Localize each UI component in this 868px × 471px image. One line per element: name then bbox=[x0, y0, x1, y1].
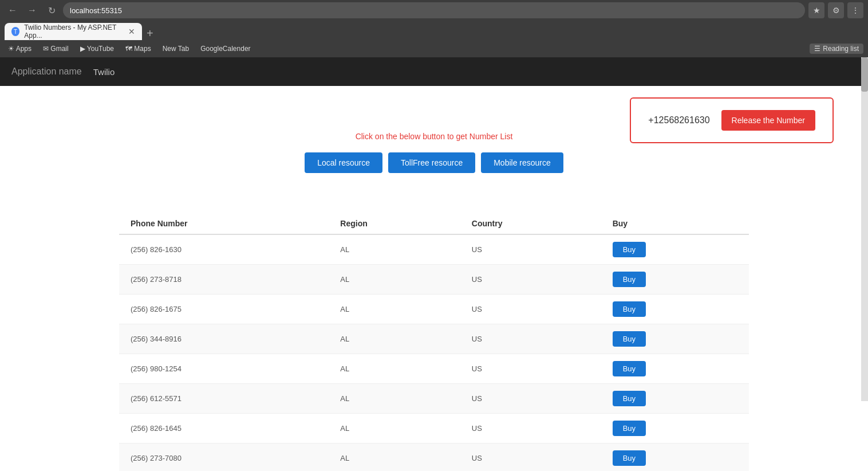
table-row: (256) 826-1630 AL US Buy bbox=[119, 234, 749, 265]
reading-list-icon: ☰ bbox=[814, 45, 820, 53]
new-tab-button[interactable]: + bbox=[142, 27, 158, 40]
address-bar[interactable]: localhost:55315 bbox=[63, 2, 805, 18]
table-row: (256) 612-5571 AL US Buy bbox=[119, 384, 749, 414]
reading-list-button[interactable]: ☰ Reading list bbox=[810, 44, 863, 54]
table-row: (256) 826-1675 AL US Buy bbox=[119, 295, 749, 324]
cell-buy: Buy bbox=[601, 354, 749, 384]
release-number-button[interactable]: Release the Number bbox=[721, 110, 815, 131]
cell-phone: (256) 612-5571 bbox=[119, 384, 329, 414]
tab-favicon: T bbox=[11, 27, 19, 36]
tab-bar: T Twilio Numbers - My ASP.NET App... ✕ + bbox=[0, 21, 868, 40]
buy-button[interactable]: Buy bbox=[613, 272, 646, 287]
phone-number-table: Phone Number Region Country Buy (256) 82… bbox=[119, 213, 749, 471]
buy-button[interactable]: Buy bbox=[613, 331, 646, 347]
cell-phone: (256) 273-7080 bbox=[119, 443, 329, 472]
cell-region: AL bbox=[329, 354, 460, 384]
tab-close-button[interactable]: ✕ bbox=[128, 27, 135, 36]
scrollbar[interactable] bbox=[861, 57, 868, 401]
refresh-button[interactable]: ↻ bbox=[44, 2, 60, 18]
mobile-resource-button[interactable]: Mobile resource bbox=[481, 152, 563, 173]
cell-buy: Buy bbox=[601, 295, 749, 324]
table-row: (256) 980-1254 AL US Buy bbox=[119, 354, 749, 384]
cell-buy: Buy bbox=[601, 265, 749, 295]
table-row: (256) 273-7080 AL US Buy bbox=[119, 443, 749, 472]
browser-chrome: ← → ↻ localhost:55315 ★ ⚙ ⋮ T Twilio Num… bbox=[0, 0, 868, 57]
buy-button[interactable]: Buy bbox=[613, 421, 646, 436]
bookmark-maps[interactable]: 🗺 Maps bbox=[122, 44, 155, 54]
buy-button[interactable]: Buy bbox=[613, 242, 646, 257]
cell-phone: (256) 826-1645 bbox=[119, 414, 329, 443]
bookmark-apps[interactable]: ☀ Apps bbox=[5, 44, 35, 54]
cell-phone: (256) 344-8916 bbox=[119, 324, 329, 354]
cell-buy: Buy bbox=[601, 324, 749, 354]
menu-button[interactable]: ⋮ bbox=[847, 2, 863, 18]
bookmark-button[interactable]: ★ bbox=[808, 2, 824, 18]
forward-button[interactable]: → bbox=[24, 2, 40, 18]
cell-phone: (256) 273-8718 bbox=[119, 265, 329, 295]
bookmark-googlecalender[interactable]: GoogleCalender bbox=[197, 44, 254, 54]
reading-list-label: Reading list bbox=[823, 45, 859, 53]
cell-country: US bbox=[460, 324, 601, 354]
local-resource-button[interactable]: Local resource bbox=[305, 152, 382, 173]
app-name: Application name bbox=[11, 66, 82, 77]
cell-region: AL bbox=[329, 234, 460, 265]
nav-link-twilio[interactable]: Twilio bbox=[93, 67, 115, 77]
cell-country: US bbox=[460, 414, 601, 443]
tollfree-resource-button[interactable]: TollFree resource bbox=[388, 152, 475, 173]
cell-country: US bbox=[460, 384, 601, 414]
table-row: (256) 344-8916 AL US Buy bbox=[119, 324, 749, 354]
table-row: (256) 273-8718 AL US Buy bbox=[119, 265, 749, 295]
table-header-row: Phone Number Region Country Buy bbox=[119, 213, 749, 234]
cell-phone: (256) 980-1254 bbox=[119, 354, 329, 384]
buy-button[interactable]: Buy bbox=[613, 391, 646, 406]
back-button[interactable]: ← bbox=[5, 2, 21, 18]
bookmark-newtab[interactable]: New Tab bbox=[159, 44, 192, 54]
resource-buttons: Local resource TollFree resource Mobile … bbox=[11, 152, 857, 173]
url-display: localhost:55315 bbox=[70, 6, 122, 15]
cell-region: AL bbox=[329, 265, 460, 295]
table-row: (256) 826-1645 AL US Buy bbox=[119, 414, 749, 443]
number-release-box: +12568261630 Release the Number bbox=[630, 97, 834, 143]
col-header-phone: Phone Number bbox=[119, 213, 329, 234]
cell-region: AL bbox=[329, 414, 460, 443]
cell-buy: Buy bbox=[601, 384, 749, 414]
active-tab[interactable]: T Twilio Numbers - My ASP.NET App... ✕ bbox=[5, 23, 142, 40]
cell-country: US bbox=[460, 354, 601, 384]
scrollbar-thumb[interactable] bbox=[861, 57, 868, 92]
cell-buy: Buy bbox=[601, 234, 749, 265]
cell-country: US bbox=[460, 295, 601, 324]
bookmark-youtube[interactable]: ▶ YouTube bbox=[77, 44, 117, 54]
extensions-button[interactable]: ⚙ bbox=[828, 2, 844, 18]
buy-button[interactable]: Buy bbox=[613, 450, 646, 466]
tab-title: Twilio Numbers - My ASP.NET App... bbox=[24, 23, 124, 40]
cell-phone: (256) 826-1675 bbox=[119, 295, 329, 324]
cell-region: AL bbox=[329, 384, 460, 414]
bookmarks-bar: ☀ Apps ✉ Gmail ▶ YouTube 🗺 Maps New Tab … bbox=[0, 40, 868, 57]
cell-region: AL bbox=[329, 295, 460, 324]
cell-region: AL bbox=[329, 324, 460, 354]
buy-button[interactable]: Buy bbox=[613, 361, 646, 376]
bookmark-gmail[interactable]: ✉ Gmail bbox=[40, 44, 72, 54]
acquired-phone-number: +12568261630 bbox=[648, 115, 709, 125]
col-header-region: Region bbox=[329, 213, 460, 234]
buy-button[interactable]: Buy bbox=[613, 301, 646, 317]
cell-buy: Buy bbox=[601, 414, 749, 443]
cell-phone: (256) 826-1630 bbox=[119, 234, 329, 265]
cell-country: US bbox=[460, 443, 601, 472]
col-header-buy: Buy bbox=[601, 213, 749, 234]
app-navbar: Application name Twilio bbox=[0, 57, 868, 86]
cell-buy: Buy bbox=[601, 443, 749, 472]
cell-region: AL bbox=[329, 443, 460, 472]
browser-titlebar: ← → ↻ localhost:55315 ★ ⚙ ⋮ bbox=[0, 0, 868, 21]
col-header-country: Country bbox=[460, 213, 601, 234]
cell-country: US bbox=[460, 265, 601, 295]
cell-country: US bbox=[460, 234, 601, 265]
main-content: +12568261630 Release the Number Click on… bbox=[0, 86, 868, 471]
